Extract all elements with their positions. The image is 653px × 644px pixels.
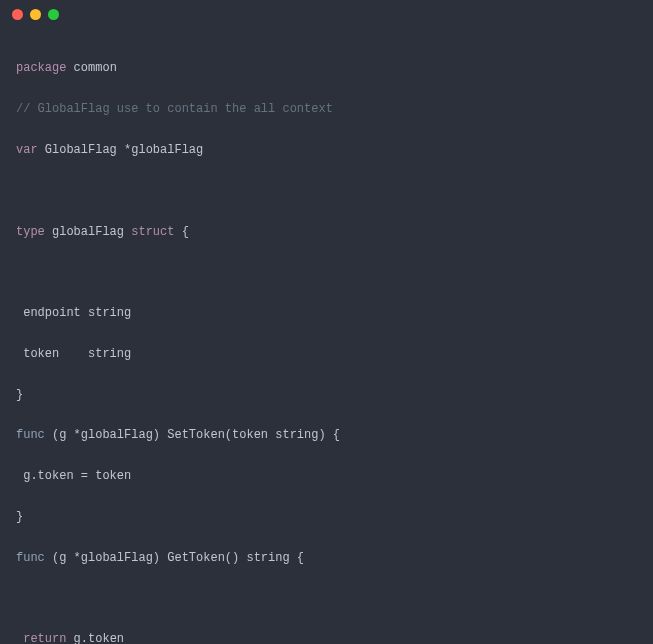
keyword-var: var (16, 143, 38, 157)
text: common (66, 61, 116, 75)
text: (g *globalFlag) SetToken(token string) { (45, 428, 340, 442)
text: { (174, 225, 188, 239)
code-line: } (16, 507, 637, 527)
code-window: package common // GlobalFlag use to cont… (0, 0, 653, 644)
text: (g *globalFlag) GetToken() string { (45, 551, 304, 565)
code-line: package common (16, 58, 637, 78)
keyword-func: func (16, 428, 45, 442)
close-icon[interactable] (12, 9, 23, 20)
code-line: token string (16, 344, 637, 364)
keyword-return: return (23, 632, 66, 644)
code-line: func (g *globalFlag) GetToken() string { (16, 548, 637, 568)
text: GlobalFlag *globalFlag (38, 143, 204, 157)
keyword-struct: struct (131, 225, 174, 239)
keyword-package: package (16, 61, 66, 75)
minimize-icon[interactable] (30, 9, 41, 20)
code-line: g.token = token (16, 466, 637, 486)
keyword-func: func (16, 551, 45, 565)
code-line: return g.token (16, 629, 637, 644)
text: globalFlag (45, 225, 131, 239)
code-comment: // GlobalFlag use to contain the all con… (16, 99, 637, 119)
keyword-type: type (16, 225, 45, 239)
code-block: package common // GlobalFlag use to cont… (0, 28, 653, 644)
blank-line (16, 589, 637, 609)
code-line: var GlobalFlag *globalFlag (16, 140, 637, 160)
code-line: endpoint string (16, 303, 637, 323)
maximize-icon[interactable] (48, 9, 59, 20)
code-line: } (16, 385, 637, 405)
blank-line (16, 262, 637, 282)
blank-line (16, 181, 637, 201)
code-line: func (g *globalFlag) SetToken(token stri… (16, 425, 637, 445)
text: g.token (66, 632, 124, 644)
code-line: type globalFlag struct { (16, 222, 637, 242)
window-titlebar (0, 0, 653, 28)
